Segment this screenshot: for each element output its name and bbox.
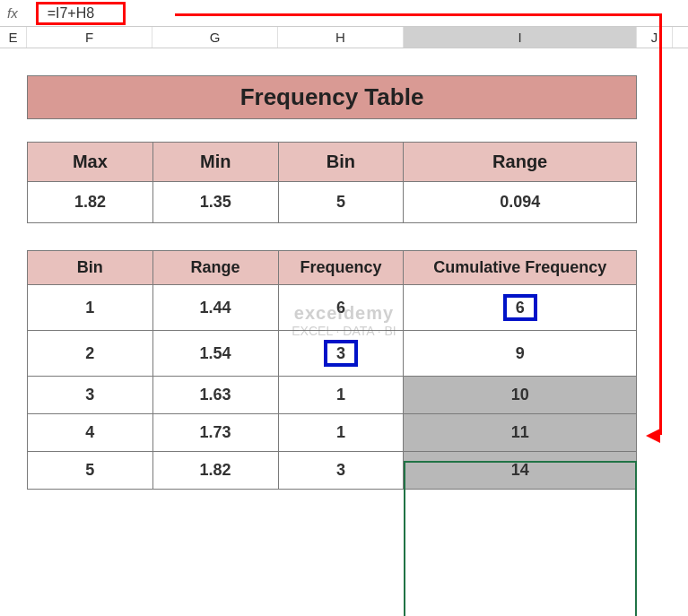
table-row: 5 1.82 3 14 [28,452,637,490]
stats-cell-max[interactable]: 1.82 [28,182,153,223]
stats-header-max[interactable]: Max [28,143,153,182]
cell-range[interactable]: 1.73 [152,414,278,452]
stats-header-range[interactable]: Range [404,143,637,182]
cell-frequency[interactable]: 3 [278,452,404,490]
stats-cell-range[interactable]: 0.094 [404,182,637,223]
cell-frequency[interactable]: 6 [278,285,404,331]
cell-range[interactable]: 1.63 [152,377,278,414]
table-row: 1 1.44 6 6 [28,285,637,331]
cell-cumulative[interactable]: 11 [404,414,637,452]
freq-header-cumulative[interactable]: Cumulative Frequency [404,251,637,285]
fx-icon[interactable]: fx [7,5,18,21]
cell-bin[interactable]: 5 [28,452,153,490]
cell-bin[interactable]: 3 [28,377,153,414]
cell-range[interactable]: 1.54 [152,331,278,377]
frequency-table: Bin Range Frequency Cumulative Frequency… [27,250,637,490]
page-title: Frequency Table [27,75,637,119]
formula-text: =I7+H8 [48,5,94,22]
cell-bin[interactable]: 1 [28,285,153,331]
formula-input[interactable]: =I7+H8 [36,2,126,25]
col-header-h[interactable]: H [278,27,404,48]
freq-header-frequency[interactable]: Frequency [278,251,404,285]
highlighted-cell: 6 [503,294,537,321]
table-row: 1.82 1.35 5 0.094 [28,182,637,223]
table-row: 2 1.54 3 9 [28,331,637,377]
annotation-arrow [175,13,659,16]
column-headers: E F G H I J [0,27,688,48]
stats-table: Max Min Bin Range 1.82 1.35 5 0.094 [27,142,637,223]
freq-header-range[interactable]: Range [152,251,278,285]
table-row: Bin Range Frequency Cumulative Frequency [28,251,637,285]
col-header-e[interactable]: E [0,27,27,48]
cell-range[interactable]: 1.44 [152,285,278,331]
col-header-g[interactable]: G [152,27,278,48]
cell-cumulative[interactable]: 10 [404,377,637,414]
highlighted-cell: 3 [324,340,358,367]
col-header-j[interactable]: J [637,27,673,48]
worksheet[interactable]: Frequency Table Max Min Bin Range 1.82 1… [0,75,688,490]
stats-header-bin[interactable]: Bin [278,143,404,182]
cell-cumulative[interactable]: 14 [404,452,637,490]
table-row: 4 1.73 1 11 [28,414,637,452]
stats-cell-min[interactable]: 1.35 [152,182,278,223]
col-header-i[interactable]: I [404,27,637,48]
freq-header-bin[interactable]: Bin [28,251,153,285]
cell-bin[interactable]: 4 [28,414,153,452]
annotation-arrow-head-icon [646,429,660,443]
cell-frequency[interactable]: 1 [278,377,404,414]
stats-cell-bin[interactable]: 5 [278,182,404,223]
cell-range[interactable]: 1.82 [152,452,278,490]
cell-bin[interactable]: 2 [28,331,153,377]
cell-cumulative[interactable]: 9 [404,331,637,377]
cell-frequency[interactable]: 3 [278,331,404,377]
table-row: 3 1.63 1 10 [28,377,637,414]
stats-header-min[interactable]: Min [152,143,278,182]
col-header-f[interactable]: F [27,27,152,48]
table-row: Max Min Bin Range [28,143,637,182]
cell-cumulative[interactable]: 6 [404,285,637,331]
annotation-arrow [659,13,662,435]
cell-frequency[interactable]: 1 [278,414,404,452]
